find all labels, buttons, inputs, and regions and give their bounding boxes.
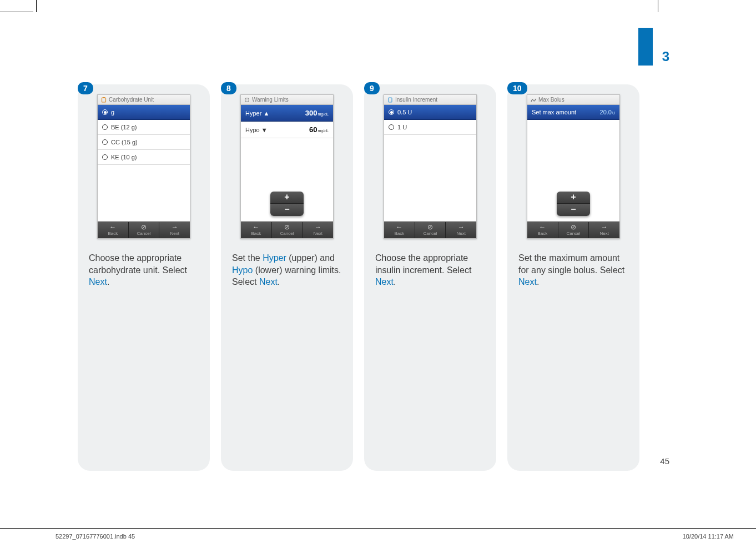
step-panel-10: 10 Max Bolus Set max amount 20.0U — [507, 84, 639, 471]
crop-mark — [653, 0, 658, 12]
cancel-button[interactable]: ⊘Cancel — [272, 222, 303, 238]
next-button[interactable]: →Next — [589, 222, 619, 238]
radio-icon — [102, 109, 108, 115]
bolus-icon — [531, 97, 536, 103]
radio-icon — [102, 124, 108, 130]
arrow-right-icon: → — [172, 224, 178, 230]
row-unit: U — [612, 111, 615, 115]
step-caption: Choose the appropriate carbohydrate unit… — [87, 252, 201, 288]
print-footer: 52297_07167776001.indb 45 10/20/14 11:17… — [0, 528, 756, 540]
footer-file: 52297_07167776001.indb 45 — [56, 533, 135, 540]
clipboard-icon — [101, 97, 107, 103]
svg-rect-4 — [389, 98, 392, 102]
arrow-left-icon: ← — [109, 224, 116, 230]
back-button[interactable]: ←Back — [384, 222, 415, 238]
option-label: BE (12 g) — [111, 124, 137, 130]
row-unit: mg/dL — [318, 112, 329, 116]
row-label: Hyper ▲ — [245, 110, 269, 117]
radio-icon — [389, 124, 394, 130]
screen-title-text: Warning Limits — [252, 97, 289, 103]
step-caption: Set the maximum amount for any single bo… — [516, 252, 631, 288]
max-bolus-row[interactable]: Set max amount 20.0U — [527, 105, 619, 120]
crop-mark — [0, 7, 33, 12]
carb-option-be[interactable]: BE (12 g) — [98, 120, 190, 135]
section-tab — [638, 28, 653, 66]
row-unit: mg/dL — [318, 129, 329, 133]
section-number: 3 — [662, 49, 669, 64]
svg-text:!: ! — [246, 98, 247, 102]
next-label: Next — [170, 231, 179, 236]
option-label: KE (10 g) — [111, 154, 137, 160]
svg-rect-0 — [102, 98, 106, 102]
back-button[interactable]: ←Back — [98, 222, 129, 238]
row-value: 300 — [305, 109, 317, 117]
radio-icon — [102, 154, 108, 160]
hypo-row[interactable]: Hypo ▼ 60mg/dL — [241, 122, 333, 138]
device-toolbar: ←Back ⊘Cancel →Next — [241, 222, 333, 238]
cancel-icon: ⊘ — [571, 224, 576, 230]
device-screen: Carbohydrate Unit g BE (12 g) CC (15 g) … — [97, 94, 190, 239]
footer-date: 10/20/14 11:17 AM — [683, 533, 734, 540]
row-label: Set max amount — [532, 109, 576, 115]
option-label: 1 U — [397, 124, 407, 130]
screen-title: Carbohydrate Unit — [98, 95, 190, 105]
plus-button[interactable]: + — [270, 192, 304, 204]
screen-title-text: Max Bolus — [538, 97, 565, 103]
option-label: CC (15 g) — [111, 139, 138, 145]
back-label: Back — [108, 231, 118, 236]
arrow-left-icon: ← — [396, 224, 402, 230]
cancel-button[interactable]: ⊘Cancel — [129, 222, 160, 238]
back-button[interactable]: ←Back — [241, 222, 272, 238]
warning-icon: ! — [244, 97, 250, 103]
next-button[interactable]: →Next — [159, 222, 190, 238]
arrow-right-icon: → — [458, 224, 465, 230]
next-button[interactable]: →Next — [446, 222, 476, 238]
step-caption: Choose the appropriate insulin increment… — [373, 252, 487, 288]
cancel-icon: ⊘ — [284, 224, 290, 230]
page-number: 45 — [660, 456, 669, 466]
radio-icon — [389, 109, 394, 115]
carb-option-g[interactable]: g — [98, 105, 190, 120]
carb-option-cc[interactable]: CC (15 g) — [98, 135, 190, 150]
cancel-button[interactable]: ⊘Cancel — [558, 222, 589, 238]
minus-button[interactable]: − — [557, 204, 590, 216]
minus-button[interactable]: − — [270, 204, 304, 216]
row-value: 60 — [309, 125, 317, 134]
plus-button[interactable]: + — [557, 192, 590, 204]
step-panels: 7 Carbohydrate Unit g BE (12 g) CC (1 — [78, 84, 639, 471]
screen-title-text: Carbohydrate Unit — [109, 97, 154, 103]
step-caption: Set the Hyper (upper) and Hypo (lower) w… — [230, 252, 344, 288]
arrow-left-icon: ← — [253, 224, 259, 230]
radio-icon — [102, 139, 108, 145]
hyper-row[interactable]: Hyper ▲ 300mg/dL — [241, 105, 333, 122]
arrow-right-icon: → — [315, 224, 321, 230]
device-toolbar: ←Back ⊘Cancel →Next — [384, 222, 476, 238]
cancel-label: Cancel — [137, 231, 151, 236]
back-button[interactable]: ←Back — [527, 222, 558, 238]
step-badge: 9 — [364, 82, 380, 94]
screen-title: Max Bolus — [527, 95, 619, 105]
svg-rect-1 — [103, 97, 105, 98]
option-label: g — [111, 109, 114, 115]
screen-title-text: Insulin Increment — [395, 97, 437, 103]
step-badge: 8 — [221, 82, 236, 94]
insulin-icon — [387, 97, 393, 103]
plus-minus-stepper[interactable]: + − — [270, 192, 304, 216]
screen-title: Insulin Increment — [384, 95, 476, 105]
cancel-button[interactable]: ⊘Cancel — [415, 222, 446, 238]
device-toolbar: ←Back ⊘Cancel →Next — [98, 222, 190, 238]
cancel-icon: ⊘ — [427, 224, 433, 230]
row-label: Hypo ▼ — [245, 127, 268, 133]
increment-option-0-5[interactable]: 0.5 U — [384, 105, 476, 120]
device-toolbar: ←Back ⊘Cancel →Next — [527, 222, 619, 238]
device-screen: ! Warning Limits Hyper ▲ 300mg/dL Hypo ▼… — [240, 94, 334, 239]
cancel-icon: ⊘ — [141, 224, 147, 230]
device-screen: Max Bolus Set max amount 20.0U + − — [527, 94, 620, 239]
arrow-right-icon: → — [601, 224, 608, 230]
screen-title: ! Warning Limits — [241, 95, 333, 105]
device-screen: Insulin Increment 0.5 U 1 U ←Back ⊘Cance… — [384, 94, 477, 239]
plus-minus-stepper[interactable]: + − — [557, 192, 590, 216]
next-button[interactable]: →Next — [303, 222, 333, 238]
increment-option-1[interactable]: 1 U — [384, 120, 476, 135]
carb-option-ke[interactable]: KE (10 g) — [98, 150, 190, 165]
